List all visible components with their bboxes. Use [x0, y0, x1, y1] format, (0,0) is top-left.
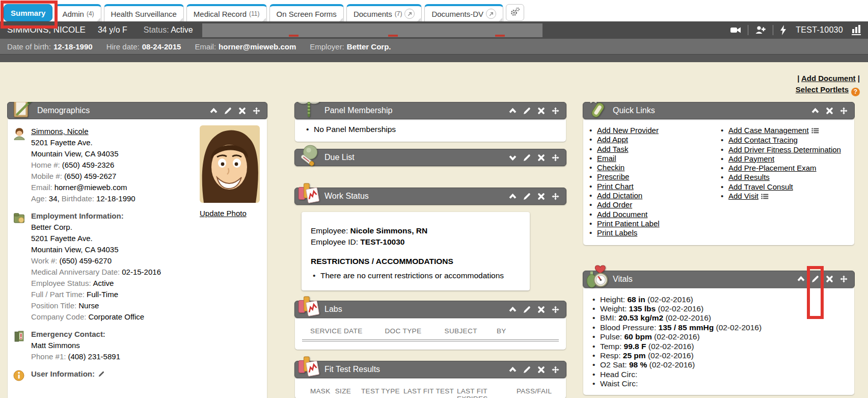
close-icon[interactable] [825, 107, 834, 115]
edit-icon[interactable] [811, 275, 820, 283]
redaction-mark [289, 35, 299, 37]
close-icon[interactable] [537, 107, 546, 115]
patient-age-sex: 34 y/o F [98, 25, 127, 35]
column-header: BY [497, 327, 559, 335]
quick-link[interactable]: Add Results [728, 173, 770, 181]
add-document-link[interactable]: Add Document [801, 74, 856, 83]
emergency-book-icon [13, 329, 31, 362]
collapse-icon[interactable] [508, 305, 517, 314]
tab-settings-button[interactable] [506, 4, 524, 21]
move-icon[interactable] [551, 305, 560, 314]
quick-link[interactable]: Add Contact Tracing [728, 136, 798, 144]
portlet-title: Due List [324, 153, 355, 162]
close-icon[interactable] [537, 305, 546, 314]
tab-medical-record[interactable]: Medical Record (11) [186, 4, 267, 21]
portlet-labs: Labs SERVICE DATE DOC TYPE SUBJECT [294, 301, 566, 350]
demographics-line: Better Corp. [31, 222, 163, 233]
demographics-line: Employee Status:Active [31, 278, 163, 289]
tab-count: (11) [249, 10, 259, 17]
quick-link[interactable]: Add Payment [728, 154, 774, 163]
tab-count: (7) [395, 10, 402, 17]
close-icon[interactable] [537, 365, 546, 374]
vitals-gauge-icon [585, 265, 609, 288]
move-icon[interactable] [839, 107, 848, 115]
demographics-line: Mountain View, CA 94035 [31, 244, 163, 255]
divider [748, 25, 748, 35]
edit-icon[interactable] [523, 192, 531, 201]
quick-link-item: Add Contact Tracing [719, 136, 850, 145]
quick-link[interactable]: Add Travel Consult [728, 182, 793, 191]
bar-chart-icon[interactable] [852, 25, 861, 35]
tab-admin[interactable]: Admin (4) [55, 4, 101, 21]
portlet-controls [508, 305, 560, 314]
quick-link[interactable]: Email [597, 154, 616, 163]
quick-link-item: Add Results [719, 173, 850, 182]
quick-link[interactable]: Print Chart [597, 182, 634, 191]
quick-link[interactable]: Add Case Management [728, 126, 809, 135]
column-left: Demographics Update Photo [7, 102, 267, 398]
portlet-header: Demographics [7, 102, 267, 119]
quick-link[interactable]: Add Pre-Placement Exam [728, 164, 817, 172]
close-icon[interactable] [537, 153, 546, 162]
external-link-icon[interactable] [486, 9, 496, 19]
collapse-icon[interactable] [508, 365, 517, 374]
collapse-icon[interactable] [508, 107, 517, 115]
tab-on-screen-forms[interactable]: On Screen Forms [269, 4, 344, 21]
close-icon[interactable] [825, 275, 834, 283]
select-portlets-link[interactable]: Select Portlets [796, 85, 849, 94]
list-options-icon[interactable] [761, 192, 769, 201]
close-icon[interactable] [238, 107, 247, 115]
close-icon[interactable] [537, 192, 546, 201]
quick-link[interactable]: Add Appt [597, 135, 628, 144]
collapse-icon[interactable] [209, 107, 218, 115]
quick-link[interactable]: Add Dictation [597, 191, 642, 200]
patient-name-link[interactable]: Simmons, Nicole [31, 127, 89, 136]
patient-subheader: Date of birth:12-18-1990 Hire date:08-24… [0, 39, 868, 54]
carabiner-icon [585, 102, 609, 120]
quick-link[interactable]: Add Driver Fitness Determination [728, 145, 841, 154]
quick-link[interactable]: Add Document [597, 210, 647, 219]
tab-documents[interactable]: Documents (7) [346, 4, 422, 21]
tab-health-surveillance[interactable]: Health Surveillance [104, 4, 184, 21]
external-link-icon[interactable] [404, 9, 415, 19]
update-photo-link[interactable]: Update Photo [200, 208, 247, 219]
quick-link[interactable]: Add New Provider [597, 126, 659, 135]
portlet-controls [797, 275, 848, 283]
quick-link[interactable]: Prescribe [597, 172, 629, 181]
edit-icon[interactable] [523, 365, 531, 374]
edit-icon[interactable] [523, 153, 531, 162]
edit-icon[interactable] [523, 107, 531, 115]
edit-icon[interactable] [523, 305, 531, 314]
move-icon[interactable] [551, 107, 560, 115]
portlet-title: Labs [324, 305, 342, 314]
edit-icon[interactable] [224, 107, 232, 115]
collapse-icon[interactable] [508, 192, 517, 201]
edit-user-info-icon[interactable] [98, 370, 105, 379]
person-add-icon[interactable] [755, 25, 766, 35]
help-icon[interactable]: ? [851, 88, 860, 96]
quick-link[interactable]: Checkin [597, 163, 625, 172]
list-options-icon[interactable] [811, 126, 819, 135]
quick-link[interactable]: Add Task [597, 145, 628, 153]
move-icon[interactable] [551, 153, 560, 162]
quick-link[interactable]: Add Order [597, 200, 632, 209]
employee-id-value: TEST-10030 [360, 237, 404, 246]
tab-summary[interactable]: Summary [4, 4, 52, 21]
quick-link[interactable]: Print Patient Label [597, 219, 660, 228]
quick-link[interactable]: Add Visit [728, 192, 758, 200]
quick-link[interactable]: Print Labels [597, 228, 637, 237]
quick-link-item: Checkin [587, 163, 719, 172]
quick-link-item: Add Pre-Placement Exam [719, 164, 850, 173]
lightning-bolt-icon[interactable] [780, 25, 787, 35]
tab-documents-dv[interactable]: Documents-DV [424, 4, 503, 21]
chart-tab-bar: Summary Admin (4) Health Surveillance Me… [0, 0, 868, 21]
video-camera-icon[interactable] [730, 25, 741, 35]
collapse-icon[interactable] [797, 275, 805, 283]
move-icon[interactable] [551, 365, 560, 374]
move-icon[interactable] [551, 192, 560, 201]
move-icon[interactable] [839, 275, 848, 283]
vital-sign-row: BMI: 20.53 kg/m2 (02-02-2016) [590, 313, 847, 323]
expand-icon[interactable] [508, 153, 517, 162]
move-icon[interactable] [252, 107, 261, 115]
collapse-icon[interactable] [811, 107, 820, 115]
